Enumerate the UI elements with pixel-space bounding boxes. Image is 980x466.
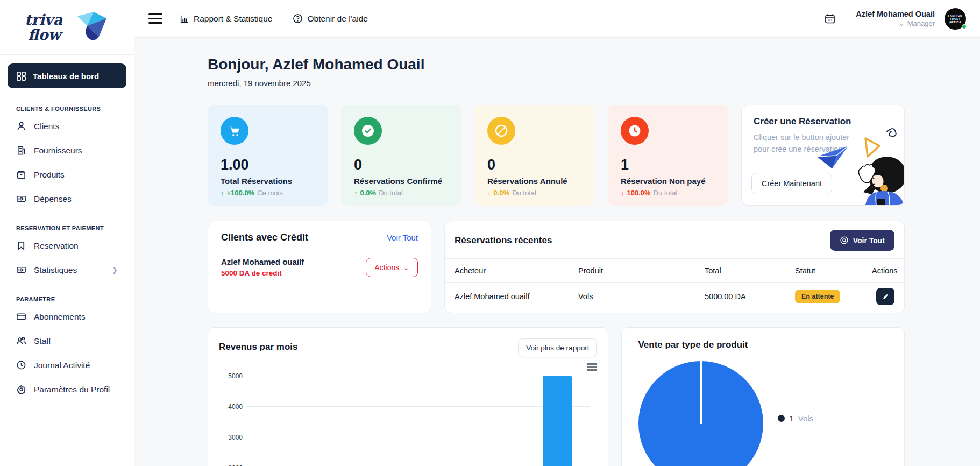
credit-card-icon	[16, 312, 26, 322]
eye-icon	[840, 236, 849, 245]
revenue-bar-chart: 5000 4000 3000 2000 DA	[208, 374, 608, 466]
gear-icon	[16, 384, 26, 394]
client-name: Azlef Mohamed ouailf	[221, 257, 304, 266]
get-help-link[interactable]: Obtenir de l'aide	[293, 13, 367, 24]
chart-menu-icon[interactable]	[587, 363, 597, 371]
stat-card-reservations-confirmees: 0 Réservations Confirmé ↑ 0.0% Du total	[341, 105, 461, 206]
topbar: Rapport & Statistique Obtenir de l'aide …	[134, 0, 980, 38]
sidebar-item-statistiques[interactable]: Statistiques ❯	[0, 258, 134, 282]
sidebar-item-fournisseurs[interactable]: Fournisseurs	[0, 138, 134, 163]
create-now-button[interactable]: Créer Maintenant	[751, 173, 832, 194]
credit-view-all-link[interactable]: Voir Tout	[387, 233, 418, 242]
stat-card-reservation-non-paye: 1 Réservation Non payé ↓ 100.0% Du total	[608, 105, 728, 206]
sidebar-item-label: Staff	[34, 336, 51, 346]
y-axis-tick: 3000	[212, 434, 243, 441]
reservations-table: Acheteur Produit Total Statut Actions Az…	[445, 258, 904, 310]
trend-up-icon: ↑	[354, 189, 358, 197]
sidebar-item-label: Statistiques	[34, 265, 77, 275]
recent-reservations-title: Réservations récentes	[455, 235, 552, 246]
stat-card-reservations-annulees: 0 Réservations Annulé ↓ 0.0% Du total	[474, 105, 595, 206]
sidebar-item-label: Journal Activité	[34, 361, 90, 370]
sidebar-item-reservation[interactable]: Reservation	[0, 234, 134, 258]
sidebar-item-depenses[interactable]: Dépenses	[0, 187, 134, 211]
box-icon	[16, 170, 26, 180]
bookmark-icon	[16, 241, 26, 251]
stat-value: 1	[621, 157, 715, 173]
user-menu[interactable]: Azlef Mohamed Ouail ⌄ Manager	[856, 10, 935, 27]
stat-value: 0	[354, 157, 449, 173]
revenue-chart-title: Revenus par mois	[219, 338, 297, 352]
people-icon	[16, 336, 26, 346]
help-circle-icon	[293, 13, 303, 24]
cell-produit: Vols	[578, 292, 705, 301]
sidebar-section-parametre: PARAMETRE	[0, 282, 134, 305]
avatar[interactable]: FASHION TRUST AFRICA	[945, 8, 966, 30]
sidebar-item-label: Produits	[34, 170, 65, 180]
edit-reservation-button[interactable]	[876, 288, 894, 305]
trend-period: Du total	[512, 189, 536, 197]
column-header-actions: Actions	[872, 266, 898, 275]
person-icon	[16, 121, 26, 131]
menu-toggle-icon[interactable]	[148, 13, 162, 24]
table-row: Azlef Mohamed ouailf Vols 5000.00 DA En …	[445, 283, 904, 310]
actions-label: Actions	[374, 263, 399, 272]
trend-down-icon: ↓	[487, 189, 491, 197]
sidebar-item-staff[interactable]: Staff	[0, 329, 134, 353]
credit-client-row: Azlef Mohamed ouailf 5000 DA de crédit A…	[221, 257, 418, 277]
revenue-bar[interactable]	[543, 376, 572, 466]
svg-text:triva: triva	[25, 11, 63, 28]
current-date: mercredi, 19 novembre 2025	[208, 79, 905, 88]
grid-icon	[16, 71, 26, 81]
building-icon	[16, 145, 26, 156]
calendar-icon[interactable]	[824, 13, 836, 25]
chevron-right-icon: ❯	[112, 266, 118, 274]
report-statistics-link[interactable]: Rapport & Statistique	[180, 14, 272, 24]
logo[interactable]: triva flow	[0, 0, 134, 55]
stat-label: Réservations Confirmé	[354, 176, 449, 186]
sidebar-item-produits[interactable]: Produits	[0, 163, 134, 187]
pie-legend[interactable]: 1 Vols	[778, 414, 813, 423]
online-status-dot	[962, 24, 967, 29]
recent-reservations-card: Réservations récentes Voir Tout Acheteur…	[444, 221, 905, 313]
y-axis-tick: 5000	[212, 372, 243, 380]
avatar-text: AFRICA	[949, 20, 962, 24]
sidebar-section-clients-fournisseurs: CLIENTS & FOURNISSEURS	[0, 91, 134, 114]
reservations-view-all-button[interactable]: Voir Tout	[830, 230, 894, 251]
revenue-chart-card: Revenus par mois Voir plus de rapport 50…	[208, 327, 608, 466]
user-role-label: Manager	[907, 19, 935, 27]
stat-value: 1.00	[221, 157, 315, 173]
banknote-icon	[16, 265, 26, 275]
sidebar-item-label: Fournisseurs	[34, 146, 82, 156]
sidebar-item-journal-activite[interactable]: Journal Activité	[0, 353, 134, 377]
stat-card-total-reservations: 1.00 Total Réservations ↑ +100.0% Ce moi…	[208, 105, 328, 206]
sidebar-item-label: Tableaux de bord	[33, 72, 99, 81]
sidebar-item-dashboard[interactable]: Tableaux de bord	[8, 63, 126, 88]
sidebar-item-abonnements[interactable]: Abonnements	[0, 305, 134, 329]
cart-icon	[221, 117, 248, 145]
legend-label: Vols	[798, 414, 813, 423]
sidebar-item-label: Dépenses	[34, 194, 72, 204]
sidebar-item-label: Paramètres du Profil	[34, 385, 110, 394]
check-circle-icon	[354, 117, 382, 145]
sidebar-item-parametres-profil[interactable]: Paramètres du Profil	[0, 377, 134, 401]
legend-bullet-icon	[778, 415, 785, 422]
sales-chart-title: Vente par type de produit	[622, 328, 904, 350]
trend-down-icon: ↓	[621, 189, 624, 197]
trend-value: +100.0%	[227, 189, 255, 197]
sidebar-item-clients[interactable]: Clients	[0, 114, 134, 138]
more-reports-button[interactable]: Voir plus de rapport	[518, 338, 597, 357]
svg-text:flow: flow	[28, 26, 63, 43]
cell-acheteur: Azlef Mohamed ouailf	[455, 292, 578, 301]
sales-by-product-card: Vente par type de produit 1 Vols	[621, 327, 905, 466]
trend-value: 0.0%	[494, 189, 510, 197]
trend-value: 0.0%	[360, 189, 377, 197]
trend-period: Du total	[654, 189, 678, 197]
client-actions-button[interactable]: Actions ⌄	[366, 258, 418, 277]
stat-label: Total Réservations	[221, 176, 315, 186]
pie-slice-divider	[700, 361, 702, 424]
y-axis-tick: 4000	[212, 403, 243, 411]
sidebar-item-label: Clients	[34, 122, 59, 131]
create-reservation-card: Créer une Réservation Cliquer sur le but…	[741, 105, 905, 206]
stat-label: Réservations Annulé	[487, 176, 582, 186]
sidebar: triva flow Tableaux de bord CLIENTS & FO…	[0, 0, 134, 466]
